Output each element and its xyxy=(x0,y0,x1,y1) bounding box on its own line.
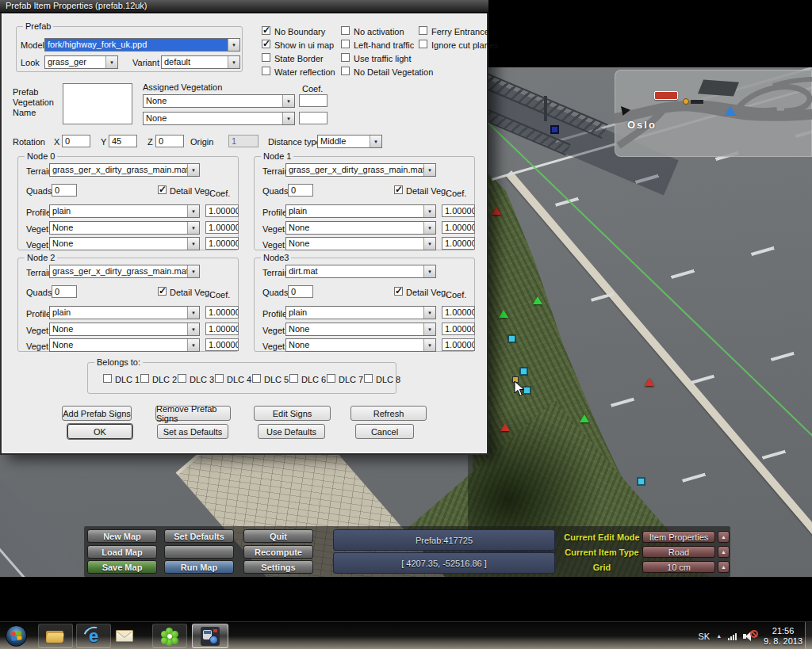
quit-button[interactable]: Quit xyxy=(243,529,313,543)
dropdown-arrow-icon[interactable]: ▼ xyxy=(187,265,199,277)
no-boundary-checkbox[interactable] xyxy=(262,26,270,35)
set-as-defaults-button[interactable]: Set as Defaults xyxy=(157,424,228,439)
hidden-icons-chevron[interactable]: ▲ xyxy=(716,633,722,639)
dropdown-arrow-icon[interactable]: ▼ xyxy=(105,56,117,68)
dropdown-arrow-icon[interactable]: ▼ xyxy=(370,136,381,147)
vegetation-coef-field-1[interactable] xyxy=(299,94,327,107)
show-in-ui-map-checkbox[interactable] xyxy=(262,40,270,48)
dropdown-arrow-icon[interactable]: ▼ xyxy=(187,222,199,234)
dialog-titlebar[interactable]: Prefab Item Properties (prefab.12uk) xyxy=(0,0,488,13)
node-3-detail-veg-checkbox[interactable] xyxy=(394,287,403,296)
dropdown-arrow-icon[interactable]: ▼ xyxy=(187,238,199,250)
save-map-button[interactable]: Save Map xyxy=(87,560,157,574)
dlc-4-checkbox[interactable] xyxy=(215,374,224,383)
add-prefab-signs-button[interactable]: Add Prefab Signs xyxy=(62,406,132,421)
map-marker-green-triangle[interactable] xyxy=(580,414,589,422)
node-1-profile-dropdown[interactable]: plain▼ xyxy=(285,204,436,218)
node-1-veget-coef-1[interactable]: 1.00000 xyxy=(442,221,475,234)
dropdown-arrow-icon[interactable]: ▼ xyxy=(423,307,435,319)
distance-type-dropdown[interactable]: Middle ▼ xyxy=(317,135,382,148)
dropdown-arrow-icon[interactable]: ▼ xyxy=(423,222,435,234)
map-marker-green-triangle[interactable] xyxy=(499,310,508,318)
settings-button[interactable]: Settings xyxy=(243,560,313,574)
dropdown-arrow-icon[interactable]: ▼ xyxy=(423,164,435,176)
taskbar-item-map-editor[interactable] xyxy=(192,624,228,648)
node-0-quads-field[interactable]: 0 xyxy=(52,184,77,197)
dropdown-arrow-icon[interactable]: ▼ xyxy=(187,339,199,351)
variant-dropdown[interactable]: default ▼ xyxy=(161,55,240,69)
dlc-6-checkbox[interactable] xyxy=(289,374,298,383)
dropdown-arrow-icon[interactable]: ▼ xyxy=(187,307,199,319)
dropdown-arrow-icon[interactable]: ▼ xyxy=(423,205,435,217)
node-3-veget-coef-2[interactable]: 1.00000 xyxy=(442,338,475,351)
current-item-type-value[interactable]: Road xyxy=(642,546,715,558)
node-2-veget-dropdown-1[interactable]: None▼ xyxy=(49,323,200,336)
node-3-veget-coef-1[interactable]: 1.00000 xyxy=(442,323,475,335)
taskbar-item-file-explorer[interactable] xyxy=(38,624,73,648)
dropdown-arrow-icon[interactable]: ▼ xyxy=(282,113,294,124)
run-map-button[interactable]: Run Map xyxy=(164,560,234,574)
node-0-veget-coef-2[interactable]: 1.00000 xyxy=(205,237,239,250)
map-marker-navy-square[interactable] xyxy=(550,125,559,134)
no-detail-vegetation-checkbox[interactable] xyxy=(341,67,350,75)
dlc-3-checkbox[interactable] xyxy=(178,374,186,383)
dropdown-arrow-icon[interactable]: ▼ xyxy=(187,164,199,176)
node-2-profile-coef[interactable]: 1.00000 xyxy=(205,306,239,319)
node-3-veget-dropdown-1[interactable]: None▼ xyxy=(285,323,436,336)
node-3-veget-dropdown-2[interactable]: None▼ xyxy=(285,338,436,352)
ignore-cut-planes-checkbox[interactable] xyxy=(419,40,427,48)
node-0-profile-dropdown[interactable]: plain▼ xyxy=(49,204,200,218)
map-marker-cyan-square[interactable] xyxy=(508,335,515,342)
node-0-veget-dropdown-2[interactable]: None▼ xyxy=(49,237,200,250)
language-indicator[interactable]: SK xyxy=(698,632,710,641)
dlc-5-checkbox[interactable] xyxy=(252,374,261,383)
taskbar-item-internet-explorer[interactable]: e xyxy=(76,624,111,648)
dlc-2-checkbox[interactable] xyxy=(140,374,149,383)
edit-signs-button[interactable]: Edit Signs xyxy=(254,406,331,421)
dropdown-arrow-icon[interactable]: ▼ xyxy=(228,39,239,51)
map-marker-green-triangle[interactable] xyxy=(533,296,542,304)
node-2-veget-coef-2[interactable]: 1.00000 xyxy=(205,338,239,351)
dropdown-arrow-icon[interactable]: ▼ xyxy=(282,95,294,107)
node-2-profile-dropdown[interactable]: plain▼ xyxy=(49,306,200,319)
prefab-vegetation-name-box[interactable] xyxy=(63,83,132,124)
grid-value[interactable]: 10 cm xyxy=(642,561,715,573)
dropdown-arrow-icon[interactable]: ▼ xyxy=(228,56,239,68)
node-1-quads-field[interactable]: 0 xyxy=(288,184,313,197)
no-activation-checkbox[interactable] xyxy=(341,26,350,35)
assigned-vegetation-dropdown-1[interactable]: None ▼ xyxy=(143,94,295,108)
dlc-8-checkbox[interactable] xyxy=(364,374,373,383)
node-0-terrain-dropdown[interactable]: grass_ger_x_dirty_grass_main.mat▼ xyxy=(49,163,200,177)
dlc-7-checkbox[interactable] xyxy=(327,374,335,383)
dropdown-arrow-icon[interactable]: ▼ xyxy=(423,339,435,351)
node-2-quads-field[interactable]: 0 xyxy=(52,285,77,298)
model-dropdown[interactable]: fork/highway_fork_uk.ppd ▼ xyxy=(44,38,240,52)
node-2-veget-dropdown-2[interactable]: None▼ xyxy=(49,338,200,352)
state-border-checkbox[interactable] xyxy=(262,53,270,62)
taskbar-item-mail[interactable] xyxy=(116,630,136,644)
vegetation-coef-field-2[interactable] xyxy=(299,112,327,124)
item-type-up-arrow[interactable]: ▲ xyxy=(718,546,730,558)
ferry-entrance-checkbox[interactable] xyxy=(419,26,427,35)
set-defaults-button[interactable]: Set Defaults xyxy=(164,529,234,543)
node-3-profile-dropdown[interactable]: plain▼ xyxy=(285,306,436,319)
dropdown-arrow-icon[interactable]: ▼ xyxy=(423,238,435,250)
node-0-detail-veg-checkbox[interactable] xyxy=(158,185,167,194)
dropdown-arrow-icon[interactable]: ▼ xyxy=(187,205,199,217)
map-marker-red-triangle[interactable] xyxy=(492,207,501,215)
node-2-veget-coef-1[interactable]: 1.00000 xyxy=(205,323,239,335)
left-hand-traffic-checkbox[interactable] xyxy=(341,40,350,48)
network-icon[interactable] xyxy=(728,632,737,640)
current-edit-mode-value[interactable]: Item Properties xyxy=(642,531,715,543)
map-marker-red-triangle[interactable] xyxy=(645,378,654,386)
node-1-veget-dropdown-2[interactable]: None▼ xyxy=(285,237,436,250)
load-map-button[interactable]: Load Map xyxy=(87,545,157,559)
dropdown-arrow-icon[interactable]: ▼ xyxy=(423,265,435,277)
ok-button[interactable]: OK xyxy=(67,424,132,439)
refresh-button[interactable]: Refresh xyxy=(350,406,427,421)
rotation-x-field[interactable]: 0 xyxy=(62,135,90,147)
map-marker-red-triangle[interactable] xyxy=(500,423,510,431)
dropdown-arrow-icon[interactable]: ▼ xyxy=(187,323,199,335)
use-traffic-light-checkbox[interactable] xyxy=(341,53,350,62)
remove-prefab-signs-button[interactable]: Remove Prefab Signs xyxy=(155,406,231,421)
